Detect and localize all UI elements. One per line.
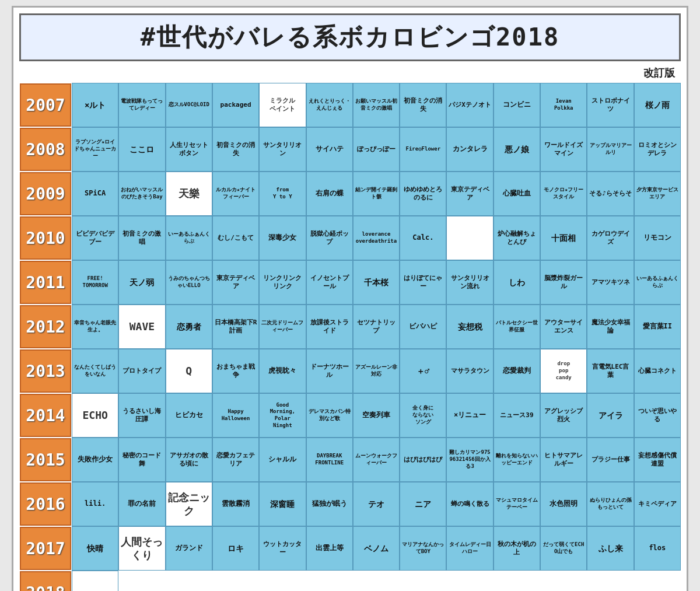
grid-cell: ドーナツホール [306, 349, 353, 393]
grid-cell: ミラクル ペイント [259, 83, 306, 127]
grid-cell: 深毒少女 [259, 216, 306, 260]
title-box: #世代がバレる系ボカロビンゴ2018 [19, 13, 681, 61]
grid-cell: セツナトリップ [353, 305, 400, 349]
grid-cell: 秋の木が机の上 [494, 526, 540, 571]
grid-cell: タイムレディー日ハロー [446, 526, 493, 571]
grid-cell: flos [634, 526, 681, 571]
grid-cell: 恋愛裁判 [494, 349, 540, 393]
grid-cell: 恋愛カフェテリア [212, 438, 259, 482]
grid-cell: ニア [400, 482, 446, 526]
grid-cell: おまちゃま戦争 [212, 349, 259, 393]
grid-cell: 全く身に ならない ソング [400, 393, 446, 438]
grid-cell: マサラタウン [446, 349, 493, 393]
grid-cell: むし/こもて [212, 216, 259, 260]
grid-cell: 脱獄心経ポップ [306, 216, 353, 260]
grid-cell: 初音ミクの消失 [400, 83, 446, 127]
grid-cell: はぴはぴはぴ [400, 438, 446, 482]
grid-cell: だって弱くてECHO山でも [540, 526, 587, 571]
grid-cell: Q [166, 349, 212, 393]
grid-cell: Good Morning, Polar Ninght [259, 393, 306, 438]
grid-cell: ムーンウォークフィーバー [353, 438, 400, 482]
year-cell: 2017 [20, 527, 71, 570]
grid-cell: アズールレーン非対応 [353, 349, 400, 393]
grid-cell: アサガオの散る頃に [166, 438, 212, 482]
grid-cell: 千本桜 [353, 260, 400, 305]
year-cell: 2013 [20, 349, 71, 393]
grid-cell: ガランド [166, 526, 212, 571]
grid-cell: えれくとりっく・えんじぇる [306, 83, 353, 127]
grid-cell: リモコン [634, 216, 681, 260]
year-cell: 2008 [20, 128, 71, 171]
grid-cell: 恋スルVOC@LOID [166, 83, 212, 127]
grid-cell: ロキ [212, 526, 259, 571]
grid-cell: ストロボナイツ [587, 83, 634, 127]
grid-cell: 蝉の鳴く散る [446, 482, 493, 526]
grid-cell: ぽっぴっぽー [353, 127, 400, 172]
year-cell: 2016 [20, 482, 71, 526]
grid-cell: 初音ミクの激唱 [118, 216, 165, 260]
grid-cell: 右肩の蝶 [306, 172, 353, 216]
grid-cell: ヒビカセ [166, 393, 212, 438]
year-cell: 2011 [20, 261, 71, 304]
grid-cell: SPiCA [72, 172, 118, 216]
grid-wrapper: 2007200820092010201120122013201420152016… [19, 83, 681, 591]
grid-cell: FREE! TOMORROW [72, 260, 118, 305]
grid-cell: ×ルト [72, 83, 118, 127]
grid-cell: 炉心融解ちょとんぴ [494, 216, 540, 260]
grid-cell: サンタリリオン [259, 127, 306, 172]
year-cell: 2015 [20, 438, 71, 481]
grid-cell: 脳漿炸裂ガール [540, 260, 587, 305]
grid-cell: うみのちゃんつちゃいELLO [166, 260, 212, 305]
grid-cell: Happy Halloween [212, 393, 259, 438]
grid-cell: 幸音ちゃん老眼先生よ。 [72, 305, 118, 349]
grid-cell: ぬらりひょんの孫もっといて [587, 482, 634, 526]
grid-cell: packaged [212, 83, 259, 127]
grid-cell: パジXテノオト [446, 83, 493, 127]
grid-cell: 雲散霧消 [212, 482, 259, 526]
grid-cell: ゆめゆめとろのるに [400, 172, 446, 216]
grid-cell: 言電気LEC言葉 [587, 349, 634, 393]
grid-cell: バトルセクシー世界征服 [494, 305, 540, 349]
year-cell: 2018 [20, 571, 71, 591]
grid-cell: ×リニュー [446, 393, 493, 438]
grid-cell: 二次元ドリームフィーバー [259, 305, 306, 349]
grid-cell: ＋♂ [400, 349, 446, 393]
grid-cell: モノクロ★フリースタイル [540, 172, 587, 216]
grid-cell: 電波戦隊もってってレディー [118, 83, 165, 127]
grid-cell: drop pop candy [540, 349, 587, 393]
grid-cell: ふし来 [587, 526, 634, 571]
grid-cell: 東京テディベア [212, 260, 259, 305]
grid-cell: うるさいし海圧譚 [118, 393, 165, 438]
grid-cell: 悪ノ娘 [494, 127, 540, 172]
grid-cell: ウットカッター [259, 526, 306, 571]
grid-cell: 人生リセットボタン [166, 127, 212, 172]
grid-cell: カゲロウデイズ [587, 216, 634, 260]
grid-cell: 結ンデ開イテ羅刹ト骸 [353, 172, 400, 216]
year-cell: 2007 [20, 83, 71, 127]
year-cell: 2010 [20, 216, 71, 260]
grid-cell: 離れを知らないハッピーエンド [494, 438, 540, 482]
grid-cell: アマツキツネ [587, 260, 634, 305]
grid-cell: 天樂 [166, 172, 212, 216]
year-cell: 2012 [20, 305, 71, 348]
main-container: #世代がバレる系ボカロビンゴ2018 改訂版 20072008200920102… [12, 6, 688, 591]
grid-cell: 天ノ弱 [118, 260, 165, 305]
grid-cell: 初音ミクの消失 [212, 127, 259, 172]
grid-cell: なんたくてしばうをいなん [72, 349, 118, 393]
grid-cell: ルカルカ★ナイトフィーバー [212, 172, 259, 216]
grid-cell: loverance overdeathrita [353, 216, 400, 260]
grid-cell: 恋勇者 [166, 305, 212, 349]
grid-cell: アイラ [587, 393, 634, 438]
grid-cell: そる♪らそらそ [587, 172, 634, 216]
grid-cell: いーあるふぁんくらぶ [634, 260, 681, 305]
grid-cell: ベノム [353, 526, 400, 571]
grid-cell: Fire◎Flower [400, 127, 446, 172]
grid-cell: 人間そっくり [118, 526, 165, 571]
grid-cell: lili. [72, 482, 118, 526]
grid-cell: 心臓コネクト [634, 349, 681, 393]
grid-cell: 空奏列車 [353, 393, 400, 438]
grid-cell [446, 216, 493, 260]
grid-cell: デレマスカバン特別など歌 [306, 393, 353, 438]
grid-cell: ワールドイズマイン [540, 127, 587, 172]
grid-cell: しわ [494, 260, 540, 305]
